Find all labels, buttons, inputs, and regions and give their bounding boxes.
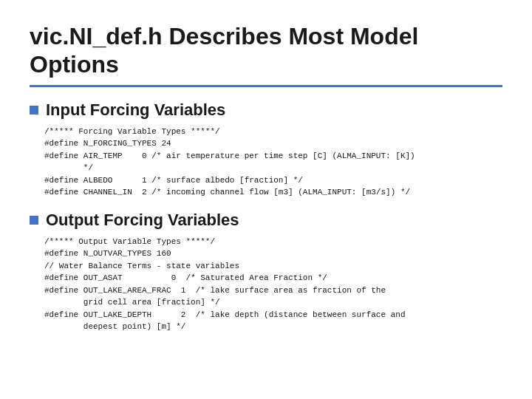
section-input-forcing: Input Forcing Variables /***** Forcing V…: [30, 100, 502, 199]
bullet-icon-2: [30, 216, 38, 225]
slide-container: vic.NI_def.h Describes Most Model Option…: [0, 0, 532, 399]
section2-header: Output Forcing Variables: [30, 211, 502, 230]
title-divider: [30, 85, 502, 87]
section1-title: Input Forcing Variables: [46, 100, 225, 120]
section2-code: /***** Output Variable Types *****/ #def…: [30, 236, 502, 333]
title-line2: Options: [30, 51, 119, 78]
section2-title: Output Forcing Variables: [46, 211, 239, 230]
section1-code: /***** Forcing Variable Types *****/ #de…: [30, 126, 502, 199]
bullet-icon-1: [30, 106, 38, 115]
slide-title: vic.NI_def.h Describes Most Model Option…: [30, 22, 502, 79]
section-output-forcing: Output Forcing Variables /***** Output V…: [30, 211, 502, 333]
title-line1: vic.NI_def.h Describes Most Model: [30, 23, 418, 50]
section1-header: Input Forcing Variables: [30, 100, 502, 120]
